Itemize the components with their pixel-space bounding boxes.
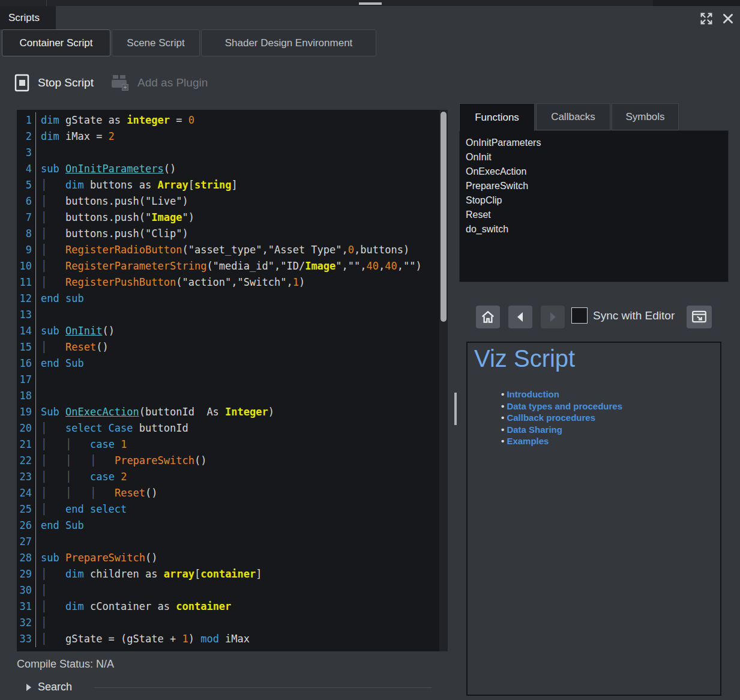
code-token: │ — [41, 617, 47, 629]
back-icon — [514, 310, 526, 324]
code-line: 8│ buttons.push("Clip") — [17, 226, 448, 242]
doc-link[interactable]: Callback procedures — [507, 412, 595, 423]
function-list-item[interactable]: StopClip — [466, 193, 728, 208]
code-line: 9│ RegisterRadioButton("asset_type","Ass… — [17, 242, 448, 258]
home-button[interactable] — [476, 306, 500, 328]
doc-link[interactable]: Examples — [507, 436, 549, 446]
forward-icon — [547, 310, 559, 324]
tab-symbols[interactable]: Symbols — [612, 103, 679, 130]
code-token: 0 — [348, 244, 354, 256]
doc-link[interactable]: Data Sharing — [507, 424, 562, 435]
line-number: 18 — [17, 388, 36, 404]
code-token: select Case — [65, 422, 133, 434]
line-number: 33 — [17, 631, 36, 647]
drag-handle[interactable] — [359, 2, 382, 5]
line-number: 6 — [17, 193, 36, 210]
search-collapse-icon[interactable] — [26, 684, 31, 691]
code-token: │ — [65, 454, 71, 466]
function-list-item[interactable]: do_switch — [466, 222, 728, 237]
close-button[interactable] — [720, 10, 736, 27]
code-token: │ — [41, 276, 47, 288]
code-token: RegisterPushButton — [65, 276, 176, 288]
code-token: ,"") — [397, 260, 422, 272]
code-token: │ — [41, 179, 47, 191]
line-number: 14 — [17, 323, 36, 339]
line-number: 21 — [17, 436, 36, 453]
code-token: │ — [41, 228, 47, 240]
code-token: mod — [200, 633, 219, 645]
code-line: 32│ — [17, 615, 448, 631]
code-token: PrepareSwitch — [65, 552, 145, 564]
code-token: │ — [41, 195, 47, 207]
code-token: buttonId — [133, 422, 188, 434]
code-line: 14sub OnInit() — [17, 323, 448, 339]
code-token: container — [176, 600, 231, 612]
code-line: 23│ │ case 2 — [17, 469, 448, 485]
open-in-window-icon — [691, 310, 707, 324]
code-lines: 1dim gState as integer = 02dim iMax = 23… — [17, 110, 448, 647]
function-list-item[interactable]: OnInit — [466, 150, 728, 164]
code-token — [47, 438, 65, 450]
code-token: buttons.push("Clip") — [47, 228, 188, 240]
code-token: () — [96, 341, 108, 353]
code-editor[interactable]: 1dim gState as integer = 02dim iMax = 23… — [17, 110, 448, 651]
function-list-item[interactable]: PrepareSwitch — [466, 179, 728, 193]
doc-bullet: • — [501, 412, 507, 423]
code-token: ) — [268, 406, 274, 418]
function-list-item[interactable]: Reset — [466, 208, 728, 222]
code-token — [96, 487, 115, 499]
code-line: 15│ Reset() — [17, 339, 448, 355]
tab-container-script[interactable]: Container Script — [2, 29, 110, 56]
expand-button[interactable] — [698, 10, 715, 27]
line-number: 16 — [17, 355, 36, 372]
editor-scrollbar-thumb[interactable] — [441, 112, 447, 322]
tab-scene-script[interactable]: Scene Script — [112, 29, 200, 56]
forward-button[interactable] — [541, 306, 565, 328]
code-token: 1 — [121, 438, 127, 450]
code-token: │ — [41, 341, 47, 353]
add-plugin-label: Add as Plugin — [137, 76, 208, 89]
line-number: 8 — [17, 226, 36, 242]
line-number: 23 — [17, 469, 36, 485]
line-number: 9 — [17, 242, 36, 258]
code-token: │ — [90, 454, 96, 466]
code-token: [ — [188, 179, 194, 191]
code-line: 24│ │ │ Reset() — [17, 485, 448, 501]
function-list[interactable]: OnInitParametersOnInitOnExecActionPrepar… — [459, 130, 729, 282]
code-token: dim — [41, 114, 59, 126]
doc-link[interactable]: Introduction — [507, 389, 559, 399]
search-toggle[interactable]: Search — [38, 681, 72, 693]
close-icon — [721, 12, 735, 25]
splitter-handle[interactable] — [454, 393, 457, 425]
scripts-panel-tab[interactable]: Scripts — [0, 6, 56, 29]
open-in-window-button[interactable] — [687, 306, 712, 328]
tab-callbacks[interactable]: Callbacks — [536, 103, 610, 130]
code-line: 18 — [17, 388, 448, 404]
tab-shader-design-environment[interactable]: Shader Design Environment — [201, 29, 376, 56]
add-as-plugin-button[interactable]: + Add as Plugin — [112, 71, 208, 94]
code-token — [59, 163, 65, 175]
code-token — [59, 325, 65, 337]
function-list-item[interactable]: OnExecAction — [466, 164, 728, 179]
code-line: 16end Sub — [17, 355, 448, 372]
line-number: 7 — [17, 210, 36, 226]
code-token: () — [194, 454, 206, 466]
code-token: ","", — [335, 260, 366, 272]
code-token: ,buttons) — [354, 244, 409, 256]
code-token: integer — [127, 114, 170, 126]
code-token — [47, 454, 65, 466]
back-button[interactable] — [508, 306, 532, 328]
tab-functions[interactable]: Functions — [459, 103, 535, 131]
line-number: 28 — [17, 550, 36, 566]
sync-with-editor-checkbox[interactable] — [571, 307, 588, 324]
function-list-item[interactable]: OnInitParameters — [466, 136, 728, 150]
stop-script-button[interactable]: Stop Script — [14, 71, 94, 94]
code-token: ) — [188, 633, 200, 645]
code-token: │ — [41, 422, 47, 434]
code-token: RegisterRadioButton — [65, 244, 182, 256]
code-token: │ — [41, 454, 47, 466]
doc-link[interactable]: Data types and procedures — [507, 401, 622, 411]
code-token — [71, 454, 90, 466]
code-token: 0 — [188, 114, 194, 126]
line-number: 5 — [17, 177, 36, 193]
